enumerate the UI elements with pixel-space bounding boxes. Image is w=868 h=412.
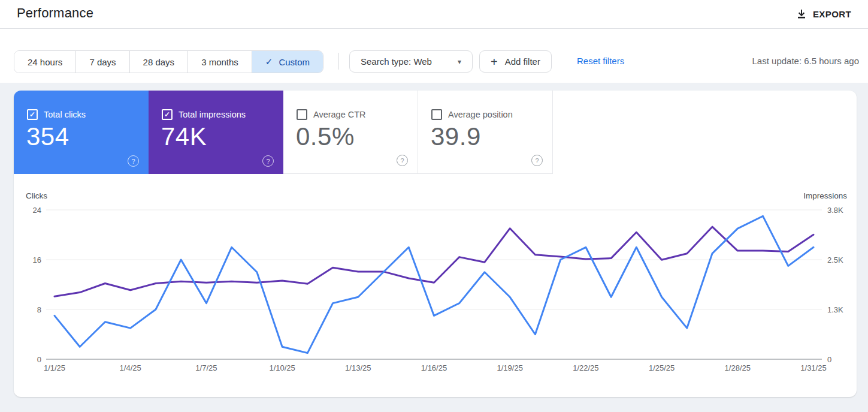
svg-text:24: 24: [33, 206, 41, 215]
checkbox-average-position[interactable]: ✓: [431, 109, 442, 120]
tab-3-months[interactable]: 3 months: [188, 51, 252, 73]
content-panel: ✓ Total clicks 354 ? ✓ Total impressions…: [14, 91, 857, 397]
filter-bar: 24 hours 7 days 28 days 3 months ✓ Custo…: [0, 29, 868, 83]
checkmark-icon: ✓: [265, 56, 273, 67]
svg-text:1/1/25: 1/1/25: [44, 363, 65, 372]
plus-icon: +: [491, 56, 498, 68]
tab-7-days[interactable]: 7 days: [76, 51, 129, 73]
metric-card-average-position[interactable]: ✓ Average position 39.9 ?: [418, 91, 553, 174]
metric-card-total-impressions[interactable]: ✓ Total impressions 74K ?: [149, 91, 283, 174]
tab-label: 3 months: [201, 57, 238, 67]
metric-card-average-ctr[interactable]: ✓ Average CTR 0.5% ?: [283, 91, 418, 174]
search-type-dropdown[interactable]: Search type: Web ▾: [349, 50, 473, 73]
svg-text:1/7/25: 1/7/25: [195, 363, 217, 372]
metric-value: 354: [26, 122, 69, 151]
tab-label: 7 days: [89, 57, 116, 67]
help-icon[interactable]: ?: [531, 155, 543, 166]
svg-text:0: 0: [37, 355, 41, 364]
tab-24-hours[interactable]: 24 hours: [14, 51, 76, 73]
metric-value: 0.5%: [296, 122, 355, 151]
metric-label: Average CTR: [313, 110, 366, 119]
page-title: Performance: [17, 5, 93, 21]
checkbox-average-ctr[interactable]: ✓: [297, 109, 307, 120]
svg-text:1/25/25: 1/25/25: [649, 363, 675, 372]
svg-text:2.5K: 2.5K: [827, 255, 843, 264]
svg-text:1/10/25: 1/10/25: [269, 363, 295, 372]
clicks-line: [55, 216, 813, 353]
chevron-down-icon: ▾: [458, 58, 461, 66]
tab-label: 24 hours: [28, 57, 62, 67]
date-range-tabs: 24 hours 7 days 28 days 3 months ✓ Custo…: [14, 50, 323, 73]
card-header: ✓ Total impressions: [162, 109, 246, 120]
checkbox-total-clicks[interactable]: ✓: [27, 109, 38, 120]
svg-text:1/4/25: 1/4/25: [120, 363, 141, 372]
svg-text:16: 16: [33, 255, 41, 264]
card-header: ✓ Average CTR: [297, 109, 366, 120]
search-type-label: Search type: Web: [361, 56, 432, 67]
svg-text:1/13/25: 1/13/25: [345, 363, 371, 372]
svg-text:1/31/25: 1/31/25: [800, 363, 826, 372]
svg-text:1/28/25: 1/28/25: [725, 363, 751, 372]
metric-label: Average position: [448, 110, 513, 119]
metric-cards: ✓ Total clicks 354 ? ✓ Total impressions…: [14, 91, 553, 174]
svg-text:1/16/25: 1/16/25: [421, 363, 447, 372]
checkbox-total-impressions[interactable]: ✓: [162, 109, 173, 120]
export-label: EXPORT: [813, 9, 851, 19]
checkmark-icon: ✓: [164, 111, 170, 118]
last-update-text: Last update: 6.5 hours ago: [752, 56, 859, 66]
metric-label: Total clicks: [44, 110, 86, 119]
page-header: Performance EXPORT: [0, 0, 868, 28]
help-icon[interactable]: ?: [262, 155, 274, 167]
help-icon[interactable]: ?: [397, 155, 408, 166]
tab-label: Custom: [279, 57, 310, 67]
metric-value: 39.9: [431, 122, 481, 151]
card-header: ✓ Average position: [431, 109, 513, 120]
performance-line-chart[interactable]: 0081.3K162.5K243.8K1/1/251/4/251/7/251/1…: [14, 180, 857, 387]
add-filter-button[interactable]: + Add filter: [479, 50, 552, 73]
download-icon: [796, 8, 807, 19]
add-filter-label: Add filter: [505, 56, 540, 67]
svg-text:8: 8: [37, 305, 41, 314]
vertical-divider: [338, 53, 339, 70]
tab-custom-selected[interactable]: ✓ Custom: [252, 51, 323, 73]
metric-value: 74K: [161, 122, 207, 151]
export-button[interactable]: EXPORT: [793, 4, 855, 23]
tab-28-days[interactable]: 28 days: [130, 51, 189, 73]
svg-text:1/19/25: 1/19/25: [497, 363, 523, 372]
svg-text:0: 0: [827, 355, 831, 364]
svg-text:3.8K: 3.8K: [827, 206, 843, 215]
help-icon[interactable]: ?: [128, 155, 139, 167]
checkmark-icon: ✓: [29, 111, 35, 118]
svg-text:1/22/25: 1/22/25: [573, 363, 598, 372]
tab-label: 28 days: [143, 57, 175, 67]
card-header: ✓ Total clicks: [27, 109, 86, 120]
metric-card-total-clicks[interactable]: ✓ Total clicks 354 ?: [14, 91, 149, 174]
metric-label: Total impressions: [179, 110, 246, 119]
reset-filters-link[interactable]: Reset filters: [577, 56, 624, 66]
svg-text:1.3K: 1.3K: [827, 305, 843, 314]
